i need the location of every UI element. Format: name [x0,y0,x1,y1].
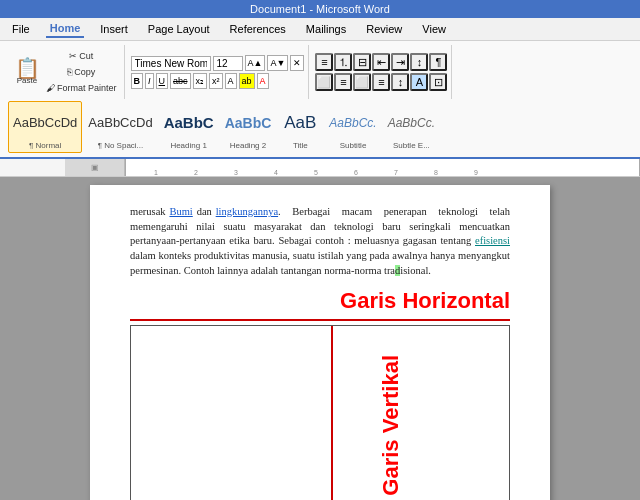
italic-btn[interactable]: I [145,73,154,89]
page[interactable]: merusak Bumi dan lingkungannya. Berbagai… [90,185,550,500]
word-lingkungan: lingkungannya [216,206,278,217]
paragraph-text: merusak Bumi dan lingkungannya. Berbagai… [130,205,510,278]
style-subtle-label: Subtle E... [393,141,430,150]
style-subtitle[interactable]: AaBbCc. Subtitle [324,101,381,153]
style-heading2-label: Heading 2 [230,141,266,150]
numbering-btn[interactable]: ⒈ [334,53,352,71]
font-size-input[interactable] [213,56,243,71]
cut-btn[interactable]: ✂ Cut [43,49,120,63]
menu-home[interactable]: Home [46,20,85,38]
align-justify-btn[interactable]: ≡ [372,73,390,91]
box-container: Garis Vertikal [130,325,510,500]
word-bumi: Bumi [169,206,192,217]
style-heading1-label: Heading 1 [170,141,206,150]
font-group: A▲ A▼ ✕ B I U abc x₂ x² A ab A [127,45,310,99]
borders-btn[interactable]: ⊡ [429,73,447,91]
highlight-btn[interactable]: ab [239,73,255,89]
menu-file[interactable]: File [8,21,34,37]
increase-indent-btn[interactable]: ⇥ [391,53,409,71]
horizontal-line [130,319,510,321]
style-subtitle-label: Subtitle [340,141,367,150]
copy-btn[interactable]: ⎘ Copy [43,65,120,79]
paste-icon: 📋 [19,60,35,76]
garis-horizontal-text: Garis Horizontal [130,286,510,317]
style-heading1[interactable]: AaBbC Heading 1 [159,101,219,153]
style-heading2[interactable]: AaBbC Heading 2 [220,101,277,153]
title-bar: Document1 - Microsoft Word [0,0,640,18]
word-efisiensi: efisiensi [475,235,510,246]
style-title-label: Title [293,141,308,150]
menu-view[interactable]: View [418,21,450,37]
menu-references[interactable]: References [226,21,290,37]
shading-btn[interactable]: A [410,73,428,91]
font-name-row: A▲ A▼ ✕ [131,55,305,71]
line-spacing-btn[interactable]: ↕ [391,73,409,91]
text-effects-btn[interactable]: A [225,73,237,89]
font-color-btn[interactable]: A [257,73,269,89]
garis-vertikal-text: Garis Vertikal [376,355,407,496]
decrease-indent-btn[interactable]: ⇤ [372,53,390,71]
align-left-btn[interactable]: ⬜ [315,73,333,91]
font-name-input[interactable] [131,56,211,71]
menu-pagelayout[interactable]: Page Layout [144,21,214,37]
styles-group: AaBbCcDd ¶ Normal AaBbCcDd ¶ No Spaci...… [8,101,440,155]
bold-btn[interactable]: B [131,73,144,89]
shrink-font-btn[interactable]: A▼ [267,55,288,71]
subscript-btn[interactable]: x₂ [193,73,208,89]
underline-btn[interactable]: U [156,73,169,89]
sort-btn[interactable]: ↕ [410,53,428,71]
font-format-row: B I U abc x₂ x² A ab A [131,73,269,89]
style-subtle[interactable]: AaBbCc. Subtle E... [383,101,440,153]
ruler: ▣ 1 2 3 4 5 6 7 8 9 [0,159,640,177]
style-normal[interactable]: AaBbCcDd ¶ Normal [8,101,82,153]
style-title[interactable]: AaB Title [277,101,323,153]
align-row: ⬜ ≡ ⬜ ≡ ↕ A ⊡ [315,73,447,91]
clear-format-btn[interactable]: ✕ [290,55,304,71]
strikethrough-btn[interactable]: abc [170,73,191,89]
menu-insert[interactable]: Insert [96,21,132,37]
show-marks-btn[interactable]: ¶ [429,53,447,71]
style-no-spacing[interactable]: AaBbCcDd ¶ No Spaci... [83,101,157,153]
align-right-btn[interactable]: ⬜ [353,73,371,91]
menu-mailings[interactable]: Mailings [302,21,350,37]
ribbon: 📋 Paste ✂ Cut ⎘ Copy 🖌 Format Painter A▲… [0,41,640,159]
style-no-spacing-label: ¶ No Spaci... [98,141,144,150]
garis-vertikal-wrapper: Garis Vertikal [341,326,441,500]
bullets-btn[interactable]: ≡ [315,53,333,71]
clipboard-group: 📋 Paste ✂ Cut ⎘ Copy 🖌 Format Painter [8,45,125,99]
ruler-track: 1 2 3 4 5 6 7 8 9 [125,159,640,176]
align-center-btn[interactable]: ≡ [334,73,352,91]
menu-bar: File Home Insert Page Layout References … [0,18,640,41]
painter-icon: 🖌 [46,83,55,93]
horizontal-line-section: Garis Horizontal Garis Vertikal [130,286,510,500]
paste-btn[interactable]: 📋 Paste [12,58,42,87]
superscript-btn[interactable]: x² [209,73,223,89]
scissors-icon: ✂ [69,51,77,61]
vertical-line [331,326,333,500]
copy-icon: ⎘ [67,67,72,77]
ribbon-row: 📋 Paste ✂ Cut ⎘ Copy 🖌 Format Painter A▲… [4,43,636,157]
multilevel-btn[interactable]: ⊟ [353,53,371,71]
format-painter-btn[interactable]: 🖌 Format Painter [43,81,120,95]
paragraph-group: ≡ ⒈ ⊟ ⇤ ⇥ ↕ ¶ ⬜ ≡ ⬜ ≡ ↕ A ⊡ [311,45,452,99]
doc-area: merusak Bumi dan lingkungannya. Berbagai… [0,177,640,500]
list-row: ≡ ⒈ ⊟ ⇤ ⇥ ↕ ¶ [315,53,447,71]
highlighted-text: d [395,265,400,276]
menu-review[interactable]: Review [362,21,406,37]
grow-font-btn[interactable]: A▲ [245,55,266,71]
title-text: Document1 - Microsoft Word [250,3,390,15]
style-normal-label: ¶ Normal [29,141,61,150]
